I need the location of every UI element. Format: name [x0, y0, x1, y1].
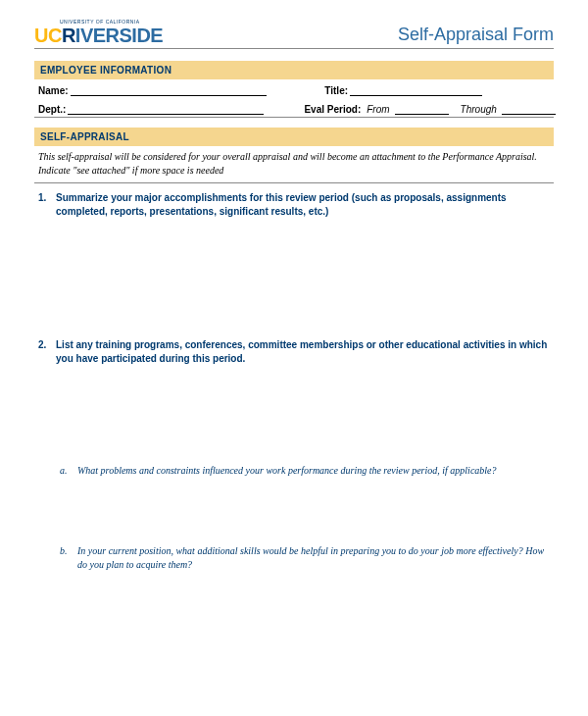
through-input[interactable]: [502, 104, 556, 115]
from-input[interactable]: [395, 104, 449, 115]
name-label: Name:: [38, 85, 69, 96]
logo: UNIVERSITY OF CALIFORNIA UCRIVERSIDE: [34, 20, 163, 45]
qa-number: a.: [60, 464, 77, 478]
question-2: 2. List any training programs, conferenc…: [34, 331, 554, 365]
qb-number: b.: [60, 544, 77, 572]
dept-input[interactable]: [68, 104, 264, 115]
question-2a: a. What problems and constraints influen…: [34, 458, 554, 478]
employee-fields: Name: Title: Dept.: Eval Period: From Th…: [34, 79, 554, 118]
header: UNIVERSITY OF CALIFORNIA UCRIVERSIDE Sel…: [34, 20, 554, 49]
through-label: Through: [461, 104, 497, 115]
qa-text: What problems and constraints influenced…: [77, 464, 550, 478]
q2-text: List any training programs, conferences,…: [56, 338, 550, 365]
name-input[interactable]: [71, 85, 267, 96]
title-label: Title:: [324, 85, 348, 96]
question-2b: b. In your current position, what additi…: [34, 538, 554, 572]
logo-main: UCRIVERSIDE: [34, 26, 163, 45]
field-eval-period: Eval Period: From Through: [304, 104, 561, 115]
instruction-text: This self-appraisal will be considered f…: [34, 146, 554, 183]
q1-number: 1.: [38, 191, 56, 218]
q2-response-area[interactable]: [34, 365, 554, 458]
qb-text: In your current position, what additiona…: [77, 544, 550, 572]
logo-rest: IVERSIDE: [75, 25, 163, 46]
qa-response-area[interactable]: [34, 478, 554, 538]
form-title: Self-Appraisal Form: [398, 25, 554, 45]
logo-uc: UC: [34, 25, 62, 46]
question-1: 1. Summarize your major accomplishments …: [34, 183, 554, 218]
q1-response-area[interactable]: [34, 218, 554, 331]
q2-number: 2.: [38, 338, 56, 365]
dept-label: Dept.:: [38, 104, 66, 115]
q1-text: Summarize your major accomplishments for…: [56, 191, 550, 218]
from-label: From: [367, 104, 389, 115]
eval-label: Eval Period:: [304, 104, 361, 115]
logo-r: R: [62, 25, 75, 46]
section-self-appraisal: SELF-APPRAISAL: [34, 128, 554, 146]
field-name: Name:: [38, 85, 324, 96]
field-dept: Dept.:: [38, 104, 304, 115]
title-input[interactable]: [350, 85, 482, 96]
field-title: Title:: [324, 85, 550, 96]
section-employee-info: EMPLOYEE INFORMATION: [34, 61, 554, 79]
